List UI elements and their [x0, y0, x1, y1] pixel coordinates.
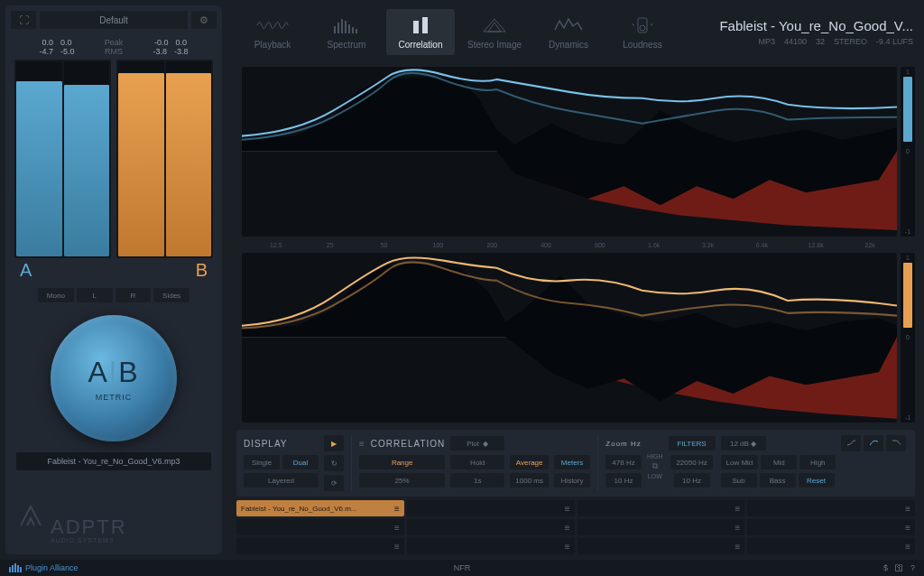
track-info: Fableist - You_re_No_Good_V... MP3 44100…: [719, 18, 913, 46]
key-icon[interactable]: ⚿: [895, 563, 903, 572]
tab-spectrum[interactable]: Spectrum: [312, 9, 381, 55]
history-button[interactable]: History: [554, 473, 590, 488]
track-format: MP3: [758, 37, 775, 46]
filter-lowpass-icon[interactable]: [841, 435, 861, 451]
slot-2[interactable]: ≡: [407, 500, 575, 516]
ab-toggle-knob[interactable]: A|B METRIC: [51, 315, 177, 441]
low-fine[interactable]: 10 Hz: [674, 473, 710, 488]
slot-8[interactable]: ≡: [747, 519, 915, 535]
slot-12[interactable]: ≡: [747, 538, 915, 554]
hold-value[interactable]: 1s: [450, 473, 504, 488]
play-button[interactable]: ▶: [324, 435, 344, 451]
svg-rect-3: [345, 21, 346, 33]
correlation-graphs: 1 0 -1 12.525501002004008001.6k3.2k6.4k1…: [227, 63, 924, 424]
b-peak-l: -0.0: [154, 38, 169, 47]
slot-menu-icon[interactable]: ≡: [565, 504, 570, 514]
filters-button[interactable]: FILTERS: [669, 436, 716, 451]
preset-bar: ⛶ Default ⚙: [5, 5, 222, 34]
range-button[interactable]: Range: [359, 455, 445, 469]
menu-icon[interactable]: ≡: [359, 439, 365, 449]
peak-label: Peak: [99, 38, 128, 47]
high-fine[interactable]: 10 Hz: [605, 473, 642, 488]
slot-7[interactable]: ≡: [578, 519, 745, 535]
tab-stereo[interactable]: Stereo Image: [460, 9, 529, 55]
svg-rect-5: [352, 27, 354, 33]
band-bass[interactable]: Bass: [760, 473, 796, 488]
display-single-button[interactable]: Single: [244, 455, 280, 469]
average-value[interactable]: 1000 ms: [510, 473, 549, 488]
slot-11[interactable]: ≡: [578, 538, 745, 554]
slot-4[interactable]: ≡: [747, 500, 915, 516]
band-reset[interactable]: Reset: [799, 473, 835, 488]
filter-bandpass-icon[interactable]: [864, 435, 883, 451]
link-icon[interactable]: ⧉: [652, 461, 658, 471]
svg-rect-16: [17, 565, 19, 572]
svg-rect-1: [337, 23, 339, 33]
a-peak-r: 0.0: [60, 38, 72, 47]
preset-name[interactable]: Default: [40, 11, 188, 29]
slot-menu-icon[interactable]: ≡: [565, 542, 570, 552]
svg-rect-17: [20, 567, 22, 572]
slot-menu-icon[interactable]: ≡: [735, 542, 740, 552]
snapshot-icon[interactable]: ⛶: [11, 11, 36, 29]
display-layered-button[interactable]: Layered: [244, 473, 319, 488]
loop-button[interactable]: ↻: [324, 455, 344, 471]
range-value[interactable]: 25%: [359, 473, 445, 488]
plot-dropdown[interactable]: Plot ◆: [450, 436, 504, 451]
slot-3[interactable]: ≡: [578, 500, 745, 516]
settings-icon[interactable]: ⚙: [191, 11, 217, 29]
tab-correlation[interactable]: Correlation: [386, 9, 455, 55]
monitor-right[interactable]: R: [116, 288, 152, 302]
slot-menu-icon[interactable]: ≡: [565, 523, 570, 533]
slot-menu-icon[interactable]: ≡: [394, 504, 400, 514]
filter-db-dropdown[interactable]: 12 dB ◆: [721, 436, 766, 451]
filter-highpass-icon[interactable]: [886, 435, 906, 451]
dollar-icon[interactable]: $: [883, 563, 888, 572]
monitor-sides[interactable]: Sides: [153, 288, 189, 302]
help-icon[interactable]: ?: [910, 563, 915, 572]
average-button[interactable]: Average: [510, 455, 549, 469]
slot-menu-icon[interactable]: ≡: [735, 504, 740, 514]
band-lowmid[interactable]: Low Mid: [721, 455, 759, 469]
slot-5[interactable]: ≡: [236, 519, 404, 535]
low-hz[interactable]: 22050 Hz: [670, 455, 712, 469]
tab-label: Dynamics: [549, 40, 588, 50]
slot-menu-icon[interactable]: ≡: [394, 542, 400, 552]
monitor-mono[interactable]: Mono: [38, 288, 74, 302]
band-sub[interactable]: Sub: [721, 473, 757, 488]
band-mid[interactable]: Mid: [761, 455, 797, 469]
correlation-graph-b[interactable]: [242, 253, 897, 423]
brand-logo: ADPTR: [51, 516, 211, 539]
monitor-buttons: Mono L R Sides: [5, 286, 222, 304]
svg-rect-2: [341, 19, 343, 33]
high-hz[interactable]: 478 Hz: [605, 455, 642, 469]
tab-playback[interactable]: Playback: [238, 9, 307, 55]
plugin-alliance-link[interactable]: Plugin Alliance: [9, 563, 79, 572]
slot-10[interactable]: ≡: [407, 538, 575, 554]
slot-9[interactable]: ≡: [236, 538, 404, 554]
svg-rect-0: [334, 26, 336, 33]
track-samplerate: 44100: [784, 37, 807, 46]
loaded-file[interactable]: Fableist - You_re_No_Good_V6.mp3: [16, 452, 211, 470]
a-label: A: [14, 260, 111, 281]
slot-menu-icon[interactable]: ≡: [735, 523, 740, 533]
rms-label: RMS: [99, 47, 128, 56]
slot-menu-icon[interactable]: ≡: [905, 523, 910, 533]
correlation-graph-a[interactable]: [242, 67, 897, 237]
slot-6[interactable]: ≡: [407, 519, 575, 535]
band-high[interactable]: High: [799, 455, 836, 469]
left-panel: ⛶ Default ⚙ 0.00.0 Peak -0.00.0 -4.7-5.0…: [5, 5, 222, 554]
monitor-left[interactable]: L: [77, 288, 113, 302]
track-meta: MP3 44100 32 STEREO -9.4 LUFS: [758, 37, 913, 46]
slot-menu-icon[interactable]: ≡: [394, 523, 400, 533]
hold-button[interactable]: Hold: [450, 455, 504, 469]
tab-dynamics[interactable]: Dynamics: [534, 9, 603, 55]
slot-menu-icon[interactable]: ≡: [905, 542, 910, 552]
meters-button[interactable]: Meters: [554, 455, 590, 469]
display-dual-button[interactable]: Dual: [282, 455, 319, 469]
refresh-button[interactable]: ⟳: [324, 475, 344, 491]
frequency-axis: 12.525501002004008001.6k3.2k6.4k12.8k22k: [242, 238, 915, 251]
slot-menu-icon[interactable]: ≡: [905, 504, 910, 514]
tab-loudness[interactable]: Loudness: [608, 9, 677, 55]
slot-1[interactable]: Fableist - You_re_No_Good_V6.m...≡: [236, 500, 404, 516]
